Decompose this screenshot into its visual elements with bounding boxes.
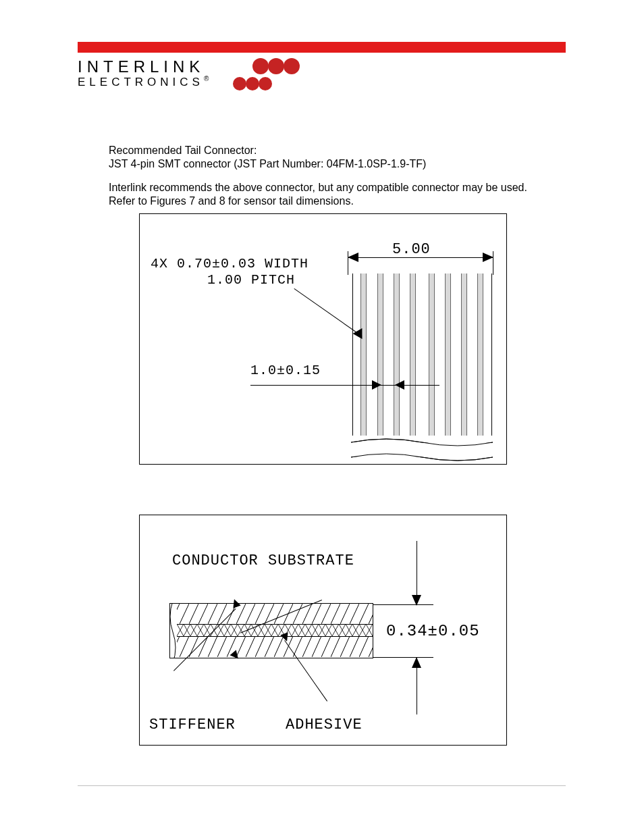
fig1-ext-line-left	[348, 251, 348, 275]
svg-rect-2	[170, 624, 373, 636]
fig2-stiffener-label: STIFFENER	[149, 716, 236, 733]
fig1-trace	[477, 273, 483, 463]
paragraph1-line2: JST 4-pin SMT connector (JST Part Number…	[109, 158, 426, 170]
fig1-trace	[429, 273, 435, 463]
fig1-leader-line	[294, 288, 360, 336]
footer-rule	[78, 785, 566, 786]
arrow-right-icon	[372, 380, 381, 390]
figure-tail-top-view: 4X 0.70±0.03 WIDTH 1.00 PITCH 5.00 1.0±0…	[139, 213, 507, 465]
fig1-overall-width: 5.00	[392, 241, 431, 258]
fig2-layer-stiffener	[170, 636, 373, 657]
fig1-dim-line	[348, 257, 493, 258]
fig2-ext-line-bottom	[373, 657, 433, 658]
logo-registered: ®	[204, 75, 209, 82]
logo-dots-top	[253, 58, 300, 77]
fig2-thickness: 0.34±0.05	[386, 622, 480, 640]
fig2-adhesive-label: ADHESIVE	[286, 716, 363, 733]
fig1-ext-line-right	[493, 251, 493, 275]
paragraph1-line1: Recommended Tail Connector:	[109, 145, 257, 156]
paragraph2-line2: Refer to Figures 7 and 8 for sensor tail…	[109, 195, 354, 207]
figure-tail-cross-section: CONDUCTOR SUBSTRATE STIFFENER ADHESIVE 0…	[139, 515, 507, 746]
fig1-trace	[360, 273, 367, 463]
fig2-cross-section	[169, 603, 373, 658]
fig1-break-symbol	[351, 436, 493, 464]
svg-rect-3	[170, 636, 373, 657]
arrow-up-icon	[412, 657, 421, 668]
fig2-layer-conductor	[170, 604, 373, 625]
fig2-break-edge	[169, 603, 177, 658]
page: INTERLINK ELECTRONICS® Recommended Tail …	[0, 0, 644, 834]
paragraph-connector: Recommended Tail Connector: JST 4-pin SM…	[109, 144, 547, 171]
fig1-spacing-line-right	[405, 385, 439, 386]
paragraph2-line1: Interlink recommends the above connector…	[109, 182, 527, 193]
arrow-left-icon	[395, 380, 404, 390]
arrow-right-icon	[483, 253, 493, 262]
fig1-trace	[377, 273, 383, 463]
fig1-trace	[394, 273, 400, 463]
logo-line1: INTERLINK	[78, 57, 209, 76]
arrow-left-icon	[348, 253, 358, 262]
fig1-pitch-label: 1.00 PITCH	[207, 272, 295, 288]
fig2-conductor-substrate-label: CONDUCTOR SUBSTRATE	[172, 552, 354, 569]
fig1-tail-outline	[352, 273, 492, 463]
header-accent-bar	[78, 42, 566, 53]
fig1-trace	[445, 273, 451, 463]
fig1-trace	[461, 273, 467, 463]
fig2-ext-line-top	[373, 604, 433, 605]
fig1-trace	[410, 273, 416, 463]
svg-rect-1	[170, 604, 373, 624]
paragraph-recommendation: Interlink recommends the above connector…	[109, 181, 561, 208]
logo-dots-bottom	[234, 77, 272, 93]
fig2-layer-adhesive	[170, 624, 373, 637]
logo-line2: ELECTRONICS®	[78, 75, 209, 89]
company-logo: INTERLINK ELECTRONICS®	[78, 57, 209, 89]
fig1-width-label: 4X 0.70±0.03 WIDTH	[151, 256, 308, 271]
fig1-spacing: 1.0±0.15	[250, 363, 321, 378]
logo-line2-text: ELECTRONICS	[78, 76, 204, 88]
